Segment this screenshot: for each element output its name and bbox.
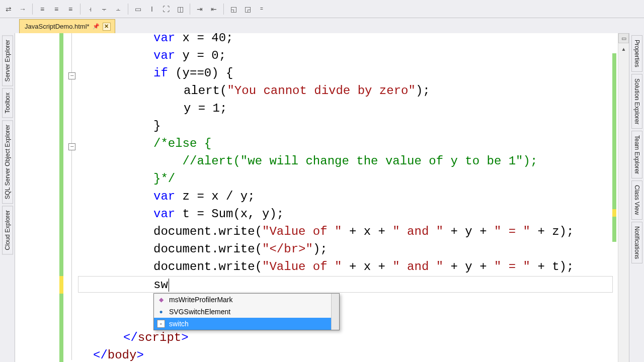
toolbar-button[interactable]: ⇤ — [207, 3, 220, 16]
toolbar-button[interactable]: ⫠ — [112, 3, 125, 16]
intellisense-item[interactable]: ◆ msWriteProfilerMark — [154, 294, 339, 306]
panel-tab-sql-explorer[interactable]: SQL Server Object Explorer — [2, 120, 13, 204]
toolbar-button[interactable]: ⇥ — [193, 3, 206, 16]
panel-tab-solution-explorer[interactable]: Solution Explorer — [631, 74, 642, 129]
editor-vertical-scrollbar[interactable]: ▭ ▲ — [618, 33, 629, 362]
editor-toolbar: ⇄ → ≡ ≡ ≡ ⫞ ⫟ ⫠ ▭ I ⛶ ◫ ⇥ ⇤ ◱ ◲ = — [0, 0, 644, 18]
toolbar-button[interactable]: ⇄ — [2, 3, 15, 16]
text-caret — [169, 279, 169, 292]
panel-tab-team-explorer[interactable]: Team Explorer — [631, 131, 642, 178]
document-tab-bar: JavaScriptDemo.html* 📌 ✕ — [0, 18, 644, 33]
keyword-icon: ▫ — [157, 320, 165, 328]
toolbar-button[interactable]: ◱ — [227, 3, 240, 16]
close-icon[interactable]: ✕ — [103, 23, 111, 31]
pin-icon[interactable]: 📌 — [93, 23, 100, 30]
toolbar-button[interactable]: ◲ — [241, 3, 254, 16]
method-icon: ◆ — [157, 296, 165, 304]
panel-tab-notifications[interactable]: Notifications — [631, 222, 642, 263]
tab-filename: JavaScriptDemo.html* — [25, 23, 90, 30]
intellisense-item-selected[interactable]: ▫ switch — [154, 318, 339, 330]
toolbar-button[interactable]: ▭ — [131, 3, 144, 16]
scroll-up-arrow[interactable]: ▲ — [618, 44, 629, 53]
left-panel-well: Server Explorer Toolbox SQL Server Objec… — [0, 33, 15, 362]
toolbar-button[interactable]: ◫ — [174, 3, 187, 16]
toolbar-button[interactable]: ⫞ — [84, 3, 97, 16]
toolbar-button[interactable]: = — [255, 3, 268, 16]
panel-tab-cloud-explorer[interactable]: Cloud Explorer — [2, 206, 13, 254]
panel-tab-properties[interactable]: Properties — [631, 35, 642, 72]
panel-tab-class-view[interactable]: Class View — [631, 180, 642, 219]
toolbar-button[interactable]: → — [16, 3, 29, 16]
split-view-button[interactable]: ▭ — [618, 33, 629, 43]
toolbar-button[interactable]: ≡ — [64, 3, 77, 16]
toolbar-button[interactable]: ≡ — [50, 3, 63, 16]
intellisense-scrollbar[interactable] — [331, 294, 339, 330]
toolbar-button[interactable]: ⫟ — [98, 3, 111, 16]
right-panel-well: Properties Solution Explorer Team Explor… — [629, 33, 644, 362]
intellisense-item[interactable]: ● SVGSwitchElement — [154, 306, 339, 318]
toolbar-button[interactable]: ⛶ — [159, 3, 173, 16]
panel-tab-toolbox[interactable]: Toolbox — [2, 88, 13, 118]
toolbar-button[interactable]: ≡ — [36, 3, 49, 16]
document-tab-active[interactable]: JavaScriptDemo.html* 📌 ✕ — [19, 19, 115, 33]
class-icon: ● — [157, 308, 165, 316]
toolbar-button[interactable]: I — [145, 3, 158, 16]
code-editor[interactable]: − − var x = 40; var y = 0; if (y==0) { a… — [15, 33, 629, 362]
intellisense-popup[interactable]: ◆ msWriteProfilerMark ● SVGSwitchElement… — [153, 293, 340, 330]
panel-tab-server-explorer[interactable]: Server Explorer — [2, 35, 13, 86]
